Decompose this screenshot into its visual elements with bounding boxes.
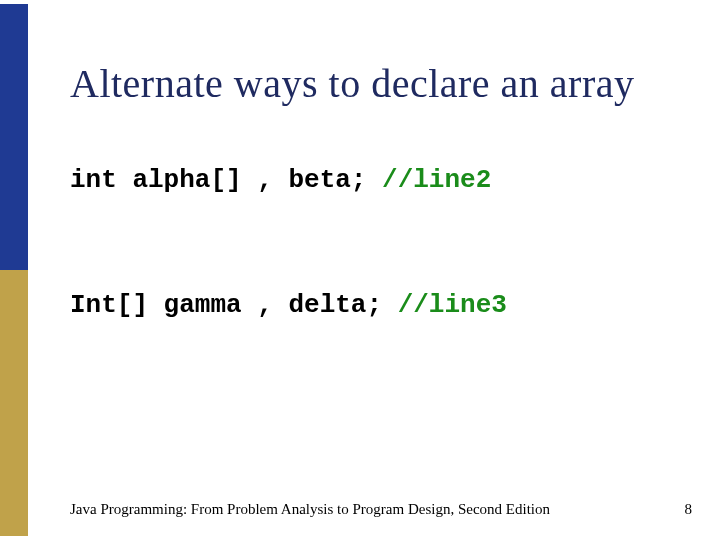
code-line-2: int alpha[] , beta; //line2 <box>70 165 491 195</box>
slide-title: Alternate ways to declare an array <box>70 60 634 107</box>
stripe-gold <box>0 270 28 536</box>
code-line-3: Int[] gamma , delta; //line3 <box>70 290 507 320</box>
code-text: int alpha[] , beta; <box>70 165 382 195</box>
stripe-blue <box>0 4 28 270</box>
code-text: Int[] gamma , delta; <box>70 290 398 320</box>
code-comment: //line2 <box>382 165 491 195</box>
side-accent-stripe <box>0 4 28 536</box>
footer-text: Java Programming: From Problem Analysis … <box>70 501 550 518</box>
page-number: 8 <box>685 501 693 518</box>
code-comment: //line3 <box>398 290 507 320</box>
